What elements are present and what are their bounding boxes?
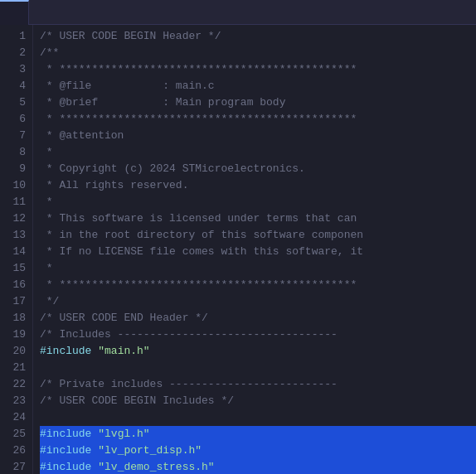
line-number: 19 (7, 326, 26, 343)
line-number: 20 (7, 343, 26, 360)
code-line: * @file : main.c (40, 78, 476, 94)
code-line: #include "main.h" (40, 343, 476, 360)
code-content: /* USER CODE BEGIN Header *//** * ******… (33, 25, 476, 474)
code-line (40, 409, 476, 426)
line-number: 22 (7, 376, 26, 393)
line-number: 15 (7, 260, 26, 277)
line-number: 12 (7, 210, 26, 227)
code-area: 1234567891011121314151617181920212223242… (0, 25, 476, 474)
code-line: */ (40, 293, 476, 310)
code-line: #include "lvgl.h" (40, 426, 476, 443)
line-numbers: 1234567891011121314151617181920212223242… (0, 25, 33, 474)
code-line: * **************************************… (40, 277, 476, 293)
line-number: 23 (7, 393, 26, 409)
code-line: /* Private includes --------------------… (40, 376, 476, 393)
code-line: * This software is licensed under terms … (40, 210, 476, 227)
editor-window: 1234567891011121314151617181920212223242… (0, 0, 476, 474)
code-line: * @attention (40, 128, 476, 144)
code-line: * **************************************… (40, 111, 476, 128)
line-number: 11 (7, 194, 26, 210)
code-line: /* USER CODE END Header */ (40, 310, 476, 326)
code-line: /* USER CODE BEGIN Includes */ (40, 393, 476, 409)
code-line: #include "lv_demo_stress.h" (40, 459, 476, 474)
line-number: 18 (7, 310, 26, 326)
tab-main-c[interactable] (0, 0, 29, 25)
code-line (40, 360, 476, 376)
code-line: * All rights reserved. (40, 177, 476, 194)
code-line: #include "lv_port_disp.h" (40, 443, 476, 459)
line-number: 7 (7, 128, 26, 144)
line-number: 4 (7, 78, 26, 94)
line-number: 13 (7, 227, 26, 244)
line-number: 21 (7, 360, 26, 376)
code-line: /** (40, 45, 476, 61)
code-line: * (40, 144, 476, 161)
line-number: 3 (7, 61, 26, 78)
line-number: 5 (7, 94, 26, 111)
line-number: 24 (7, 409, 26, 426)
line-number: 26 (7, 443, 26, 459)
line-number: 14 (7, 244, 26, 260)
line-number: 2 (7, 45, 26, 61)
code-line: * @brief : Main program body (40, 94, 476, 111)
code-line: * **************************************… (40, 61, 476, 78)
line-number: 1 (7, 28, 26, 45)
code-line: * Copyright (c) 2024 STMicroelectronics. (40, 161, 476, 177)
line-number: 8 (7, 144, 26, 161)
code-line: * (40, 260, 476, 277)
line-number: 16 (7, 277, 26, 293)
line-number: 10 (7, 177, 26, 194)
code-line: /* USER CODE BEGIN Header */ (40, 28, 476, 45)
code-line: * in the root directory of this software… (40, 227, 476, 244)
line-number: 6 (7, 111, 26, 128)
line-number: 17 (7, 293, 26, 310)
line-number: 25 (7, 426, 26, 443)
tab-bar (0, 0, 476, 25)
line-number: 9 (7, 161, 26, 177)
line-number: 27 (7, 459, 26, 474)
code-line: /* Includes ----------------------------… (40, 326, 476, 343)
code-line: * If no LICENSE file comes with this sof… (40, 244, 476, 260)
code-line: * (40, 194, 476, 210)
